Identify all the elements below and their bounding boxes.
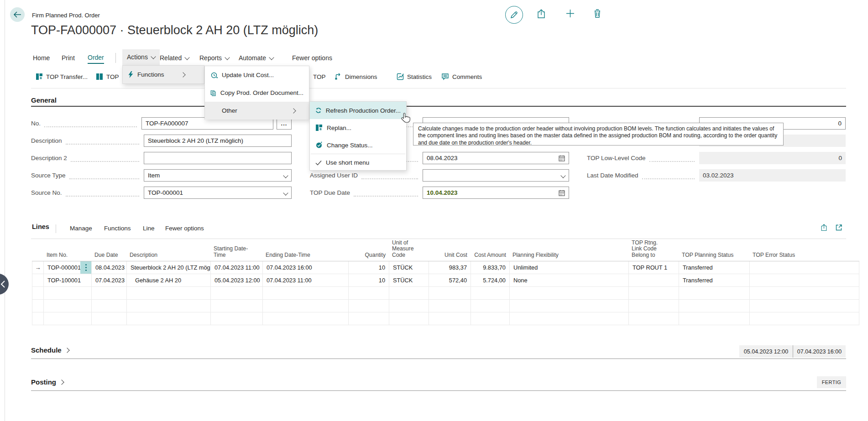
menu-actions[interactable]: Actions xyxy=(122,49,160,65)
grid-cell[interactable]: None xyxy=(510,274,629,286)
grid-cell[interactable] xyxy=(429,312,471,325)
description-input[interactable]: Steuerblock 2 AH 20 (LTZ möglich) xyxy=(144,135,292,147)
grid-cell[interactable]: Steuerblock 2 AH 20 (LTZ mög... xyxy=(127,261,211,274)
edit-button[interactable] xyxy=(505,6,523,24)
grid-cell[interactable] xyxy=(750,287,859,299)
lines-tab-manage[interactable]: Manage xyxy=(70,223,92,234)
grid-cell[interactable] xyxy=(471,312,510,325)
menu-automate[interactable]: Automate xyxy=(239,51,273,65)
action-comments[interactable]: Comments xyxy=(441,68,482,85)
grid-cell[interactable] xyxy=(679,300,750,312)
grid-cell[interactable] xyxy=(629,312,679,325)
grid-cell[interactable] xyxy=(92,312,127,325)
grid-column-header[interactable]: Item No. xyxy=(43,239,91,261)
grid-cell[interactable]: STÜCK xyxy=(389,261,429,274)
action-top-1[interactable]: TOP xyxy=(96,68,119,85)
grid-cell[interactable]: 572,40 xyxy=(429,274,471,286)
grid-cell[interactable] xyxy=(263,287,349,299)
grid-column-header[interactable]: TOP Planning Status xyxy=(679,239,749,261)
grid-column-header[interactable]: Starting Date-Time xyxy=(210,239,262,261)
share-button[interactable] xyxy=(536,9,546,19)
grid-cell[interactable] xyxy=(44,312,92,325)
grid-cell[interactable] xyxy=(389,312,429,325)
section-general-heading[interactable]: General xyxy=(31,96,57,104)
grid-cell[interactable]: 07.04.2023 11:00 xyxy=(263,274,349,286)
grid-cell[interactable]: TOP-000001 xyxy=(44,261,92,274)
lines-expand-button[interactable] xyxy=(835,224,842,233)
grid-cell[interactable]: 07.04.2023 xyxy=(92,274,127,286)
grid-cell[interactable]: 10 xyxy=(349,261,389,274)
menu-item-copy-prod-order[interactable]: Copy Prod. Order Document... xyxy=(205,84,309,102)
grid-cell[interactable]: 9.833,70 xyxy=(471,261,510,274)
grid-cell[interactable] xyxy=(92,287,127,299)
grid-cell[interactable] xyxy=(44,300,92,312)
grid-cell[interactable] xyxy=(750,274,859,286)
section-schedule-heading[interactable]: Schedule xyxy=(31,346,69,354)
grid-cell[interactable]: Unlimited xyxy=(510,261,629,274)
grid-cell[interactable] xyxy=(679,287,750,299)
grid-row[interactable] xyxy=(32,287,859,300)
grid-row[interactable]: TOP-10000107.04.2023Gehäuse 2 AH 2005.04… xyxy=(32,274,859,287)
grid-column-header[interactable]: TOP Rtng. Link Code Belong to xyxy=(628,239,679,261)
grid-column-header[interactable]: Ending Date-Time xyxy=(262,239,348,261)
grid-cell[interactable]: Gehäuse 2 AH 20 xyxy=(127,274,211,286)
grid-cell[interactable] xyxy=(750,261,859,274)
menu-item-refresh-production-order[interactable]: Refresh Production Order... xyxy=(310,102,406,119)
grid-cell[interactable]: 05.04.2023 12:00 xyxy=(211,274,263,286)
source-no-select[interactable]: TOP-000001 xyxy=(144,187,292,199)
action-top-transfer[interactable]: TOP Transfer... xyxy=(36,68,88,85)
row-options-button[interactable] xyxy=(80,261,91,274)
assigned-user-select[interactable] xyxy=(423,169,569,182)
grid-cell[interactable] xyxy=(211,287,263,299)
grid-cell[interactable]: TOP ROUT 1 xyxy=(629,261,679,274)
menu-item-use-short-menu[interactable]: Use short menu xyxy=(310,154,406,171)
action-statistics[interactable]: Statistics xyxy=(397,68,432,85)
menu-related[interactable]: Related xyxy=(160,51,189,65)
grid-row[interactable]: →TOP-00000108.04.2023Steuerblock 2 AH 20… xyxy=(32,261,859,274)
lines-tab-line[interactable]: Line xyxy=(143,223,155,234)
action-dimensions[interactable]: Dimensions xyxy=(335,68,377,85)
grid-cell[interactable] xyxy=(127,287,211,299)
grid-cell[interactable] xyxy=(629,300,679,312)
grid-cell[interactable] xyxy=(44,287,92,299)
description2-input[interactable] xyxy=(144,152,292,164)
grid-cell[interactable] xyxy=(263,300,349,312)
grid-cell[interactable] xyxy=(471,287,510,299)
grid-column-header[interactable]: TOP Error Status xyxy=(749,239,859,261)
section-posting-heading[interactable]: Posting xyxy=(31,378,63,386)
grid-cell[interactable]: Transferred xyxy=(679,274,750,286)
grid-column-header[interactable]: Cost Amount xyxy=(471,239,509,261)
grid-cell[interactable]: Transferred xyxy=(679,261,750,274)
grid-column-header[interactable]: Unit Cost xyxy=(429,239,471,261)
menu-print[interactable]: Print xyxy=(62,51,75,65)
grid-cell[interactable]: 5.724,00 xyxy=(471,274,510,286)
grid-cell[interactable] xyxy=(127,300,211,312)
grid-cell[interactable] xyxy=(211,300,263,312)
menu-item-replan[interactable]: Replan... xyxy=(310,119,406,136)
grid-cell[interactable] xyxy=(510,312,629,325)
grid-cell[interactable] xyxy=(389,300,429,312)
grid-cell[interactable] xyxy=(679,312,750,325)
grid-column-header[interactable]: Unit of Measure Code xyxy=(389,239,429,261)
grid-cell[interactable] xyxy=(510,300,629,312)
grid-cell[interactable] xyxy=(349,287,389,299)
grid-cell[interactable]: TOP-100001 xyxy=(44,274,92,286)
top-due-date-input[interactable]: 10.04.2023 xyxy=(423,187,569,199)
grid-column-header[interactable]: Due Date xyxy=(91,239,126,261)
collapse-panel-handle[interactable] xyxy=(0,274,9,295)
grid-cell[interactable] xyxy=(510,287,629,299)
delete-button[interactable] xyxy=(593,9,601,18)
source-type-select[interactable]: Item xyxy=(144,169,292,182)
grid-cell[interactable]: STÜCK xyxy=(389,274,429,286)
grid-cell[interactable] xyxy=(629,287,679,299)
grid-cell[interactable] xyxy=(389,287,429,299)
lines-share-button[interactable] xyxy=(820,224,828,233)
grid-column-header[interactable]: Quantity xyxy=(348,239,389,261)
back-button[interactable] xyxy=(10,7,25,22)
grid-cell[interactable] xyxy=(263,312,349,325)
grid-cell[interactable] xyxy=(471,300,510,312)
action-top-2[interactable]: TOP xyxy=(313,68,326,85)
grid-column-header[interactable]: Planning Flexibility xyxy=(509,239,628,261)
grid-row[interactable] xyxy=(32,300,859,312)
grid-cell[interactable]: 07.04.2023 11:00 xyxy=(211,261,263,274)
